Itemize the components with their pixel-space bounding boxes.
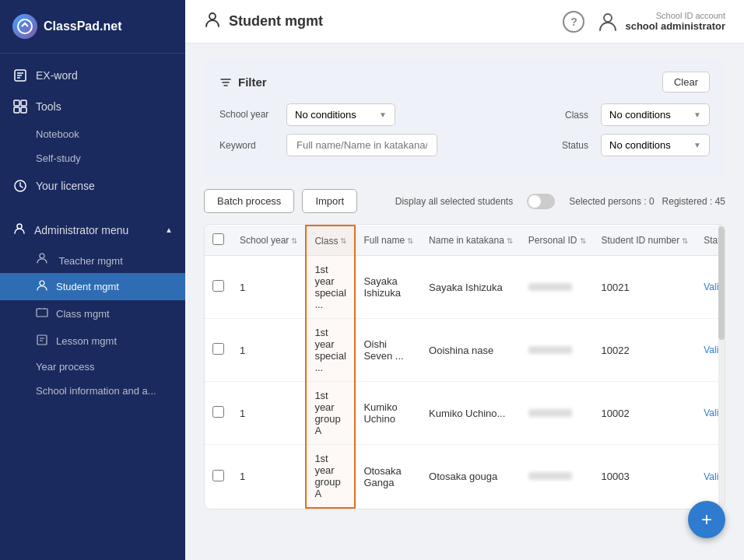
sort-icon-pid: ⇅ (580, 236, 586, 245)
class-mgmt-label: Class mgmt (56, 308, 110, 320)
col-student-id[interactable]: Student ID number ⇅ (594, 226, 697, 256)
topbar-right: ? School ID account school administrator (563, 11, 725, 33)
col-personal-id[interactable]: Personal ID ⇅ (521, 226, 594, 256)
admin-menu-header[interactable]: Administrator menu ▲ (0, 214, 185, 246)
row-student-id: 10002 (594, 382, 697, 445)
display-all-label: Display all selected students (395, 196, 513, 207)
sort-icon-class: ⇅ (340, 236, 346, 245)
sidebar-item-self-study[interactable]: Self-study (0, 146, 185, 170)
row-checkbox[interactable] (212, 280, 224, 292)
sidebar-item-tools[interactable]: Tools (0, 91, 185, 122)
sidebar-item-ex-word[interactable]: EX-word (0, 60, 185, 91)
col-name-katakana[interactable]: Name in katakana ⇅ (421, 226, 521, 256)
scrollbar[interactable] (718, 225, 725, 509)
keyword-input[interactable] (286, 134, 437, 156)
row-checkbox-cell[interactable] (205, 382, 232, 445)
row-checkbox[interactable] (212, 343, 224, 355)
sidebar-admin-section: Administrator menu ▲ Teacher mgmt Studen… (0, 208, 185, 409)
col-class[interactable]: Class ⇅ (306, 226, 355, 256)
self-study-label: Self-study (36, 152, 81, 164)
row-checkbox-cell[interactable] (205, 445, 232, 509)
sidebar-item-teacher-mgmt[interactable]: Teacher mgmt (0, 246, 185, 273)
display-all-toggle[interactable] (527, 194, 555, 209)
batch-process-button[interactable]: Batch process (204, 189, 294, 213)
filter-header: Filter Clear (219, 72, 710, 93)
status-label: Status (557, 140, 588, 151)
svg-point-9 (40, 281, 44, 285)
row-class: 1st year group A (306, 382, 355, 445)
filter-section: Filter Clear School year No conditions ▼… (204, 59, 725, 177)
account-details: School ID account school administrator (625, 11, 725, 32)
col-school-year[interactable]: School year ⇅ (232, 226, 306, 256)
sidebar-item-school-info[interactable]: School information and a... (0, 379, 185, 403)
row-checkbox-cell[interactable] (205, 256, 232, 319)
svg-point-0 (18, 19, 32, 33)
row-student-id: 10003 (594, 445, 697, 509)
row-checkbox[interactable] (212, 470, 224, 481)
row-personal-id (521, 319, 594, 382)
logo[interactable]: ClassPad.net (0, 0, 185, 54)
teacher-mgmt-label: Teacher mgmt (58, 255, 122, 267)
select-all-header[interactable] (205, 226, 232, 256)
svg-rect-11 (37, 335, 47, 345)
table-body: 1 1st year special ... Sayaka Ishizuka S… (205, 256, 725, 509)
row-checkbox[interactable] (212, 406, 224, 418)
logo-text: ClassPad.net (44, 19, 121, 33)
row-class: 1st year special ... (306, 256, 355, 319)
sort-icon-sid: ⇅ (682, 236, 688, 245)
account-role: school administrator (625, 20, 725, 32)
sort-icon: ⇅ (291, 236, 297, 245)
account-id-label: School ID account (625, 11, 725, 20)
svg-point-13 (604, 14, 612, 22)
import-button[interactable]: Import (302, 189, 357, 213)
svg-rect-4 (14, 107, 19, 113)
student-icon (36, 279, 51, 294)
help-button[interactable]: ? (563, 11, 584, 33)
svg-rect-10 (37, 309, 47, 317)
class-select[interactable]: No conditions ▼ (601, 103, 710, 126)
row-student-id: 10022 (594, 319, 697, 382)
row-school-year: 1 (232, 319, 306, 382)
row-student-id: 10021 (594, 256, 697, 319)
tools-label: Tools (36, 100, 61, 113)
license-icon (12, 178, 28, 194)
teacher-icon (36, 252, 51, 267)
keyword-label: Keyword (219, 140, 274, 151)
status-select[interactable]: No conditions ▼ (601, 134, 710, 156)
scrollbar-thumb[interactable] (718, 226, 725, 340)
row-full-name: Otosaka Ganga (355, 445, 421, 509)
svg-point-12 (209, 13, 216, 19)
sidebar-item-student-mgmt[interactable]: Student mgmt (0, 273, 185, 300)
admin-menu-items: Teacher mgmt Student mgmt Class mgmt Les… (0, 246, 185, 355)
row-full-name: Kumiko Uchino (355, 382, 421, 445)
year-process-label: Year process (36, 361, 94, 373)
sidebar-item-year-process[interactable]: Year process (0, 355, 185, 379)
col-full-name[interactable]: Full name ⇅ (355, 226, 421, 256)
filter-clear-button[interactable]: Clear (662, 72, 710, 93)
sidebar-item-class-mgmt[interactable]: Class mgmt (0, 300, 185, 327)
row-full-name: Sayaka Ishizuka (355, 256, 421, 319)
row-personal-id (521, 382, 594, 445)
sidebar-item-lesson-mgmt[interactable]: Lesson mgmt (0, 327, 185, 355)
select-all-checkbox[interactable] (212, 233, 224, 245)
ex-word-label: EX-word (36, 69, 78, 82)
student-mgmt-label: Student mgmt (56, 281, 119, 292)
row-school-year: 1 (232, 445, 306, 509)
chevron-down-icon-2: ▼ (693, 110, 701, 119)
row-name-katakana: Otosaka gouga (421, 445, 521, 509)
row-class: 1st year special ... (306, 319, 355, 382)
logo-icon (12, 14, 37, 39)
topbar: Student mgmt ? School ID account school … (185, 0, 744, 44)
filter-row-1: School year No conditions ▼ Class No con… (219, 103, 710, 126)
chevron-up-icon: ▲ (165, 226, 173, 234)
table-header: School year ⇅ Class ⇅ Fu (205, 226, 725, 256)
school-year-select[interactable]: No conditions ▼ (286, 103, 395, 126)
table-row: 1 1st year special ... Sayaka Ishizuka S… (205, 256, 725, 319)
add-student-fab[interactable]: + (688, 501, 725, 538)
sidebar-item-notebook[interactable]: Notebook (0, 122, 185, 146)
svg-rect-5 (21, 107, 26, 113)
row-checkbox-cell[interactable] (205, 319, 232, 382)
sidebar-item-your-license[interactable]: Your license (0, 170, 185, 201)
row-school-year: 1 (232, 382, 306, 445)
svg-point-8 (40, 254, 44, 258)
